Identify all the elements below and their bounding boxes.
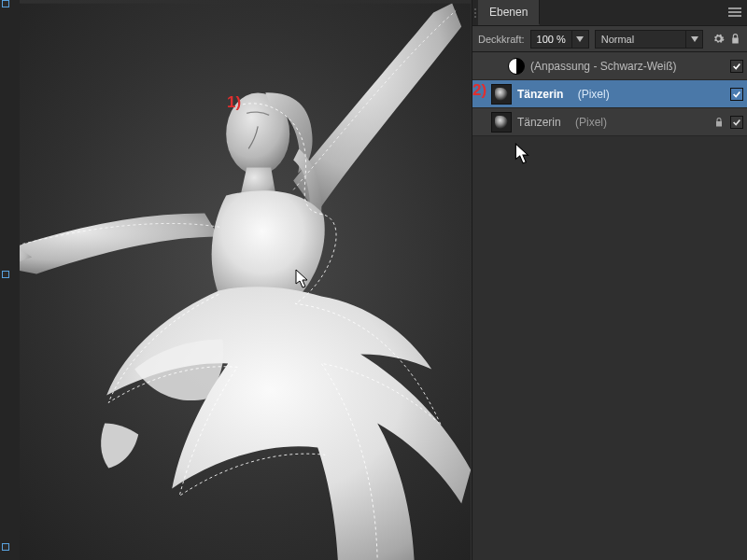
layer-row-adjustment[interactable]: (Anpassung - Schwarz-Weiß) (472, 52, 747, 80)
layer-options-bar: Deckkraft: 100 % Normal (472, 26, 747, 52)
panel-menu-icon[interactable] (728, 7, 741, 19)
transform-handle-ml[interactable] (2, 271, 9, 278)
layers-panel: Ebenen Deckkraft: 100 % Normal (Anpassun… (472, 0, 747, 560)
layer-name: Tänzerin (517, 88, 563, 101)
transform-handle-tl[interactable] (2, 0, 9, 7)
opacity-value: 100 % (531, 34, 571, 45)
cursor-icon (295, 269, 310, 289)
blend-mode-field[interactable]: Normal (595, 30, 703, 49)
lock-icon (713, 117, 725, 128)
lock-icon[interactable] (729, 33, 741, 45)
tab-layers[interactable]: Ebenen (478, 0, 540, 25)
visibility-checkbox[interactable] (730, 88, 743, 101)
dropdown-arrow-icon[interactable] (685, 31, 702, 48)
canvas-area[interactable]: 1) (0, 0, 472, 560)
layer-thumb-adjustment-icon (508, 58, 525, 75)
visibility-checkbox[interactable] (730, 116, 743, 129)
gear-icon[interactable] (712, 33, 725, 45)
cursor-icon (514, 143, 531, 165)
layer-row-taenzerin-selected[interactable]: Tänzerin (Pixel) (472, 80, 747, 108)
opacity-label: Deckkraft: (478, 34, 525, 45)
annotation-2: 2) (472, 81, 486, 100)
layer-list: (Anpassung - Schwarz-Weiß) Tänzerin (Pix… (472, 52, 747, 136)
layer-thumb-pixel-icon (491, 112, 512, 133)
layer-type: (Pixel) (578, 88, 610, 101)
canvas-image-dancer (20, 3, 471, 560)
layer-thumb-pixel-icon (491, 84, 512, 105)
visibility-checkbox[interactable] (730, 60, 743, 73)
panel-tab-bar: Ebenen (472, 0, 747, 26)
opacity-field[interactable]: 100 % (530, 30, 589, 49)
layer-row-taenzerin-locked[interactable]: Tänzerin (Pixel) (472, 108, 747, 136)
dropdown-arrow-icon[interactable] (571, 31, 588, 48)
layer-type: (Pixel) (575, 116, 607, 129)
annotation-1: 1) (227, 93, 241, 112)
blend-mode-value: Normal (601, 34, 634, 45)
layer-name: (Anpassung - Schwarz-Weiß) (530, 60, 677, 73)
layer-name: Tänzerin (517, 116, 561, 129)
document-boundary (20, 0, 472, 560)
transform-handle-bl[interactable] (2, 543, 9, 551)
